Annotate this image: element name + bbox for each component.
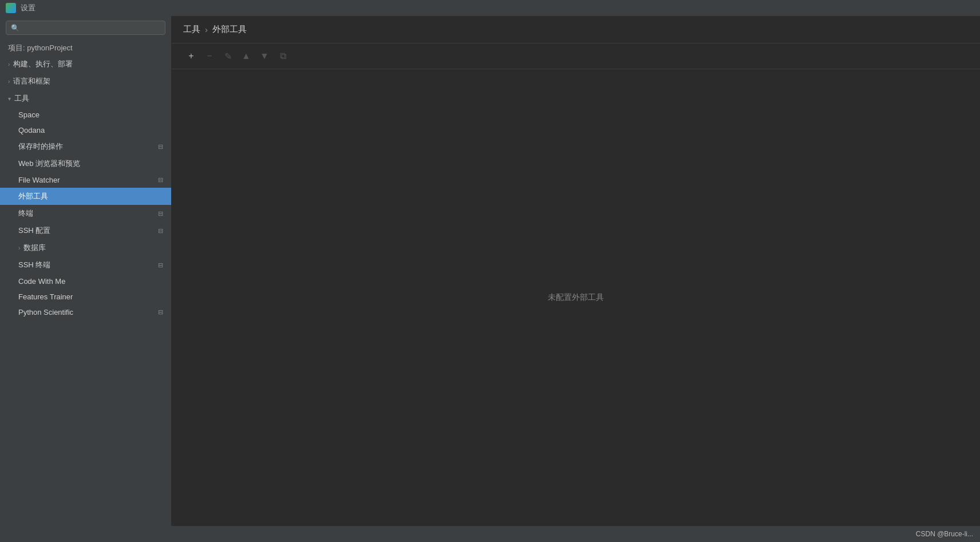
sidebar-item-features-trainer[interactable]: Features Trainer (0, 289, 171, 304)
sidebar-item-label: 工具 (14, 93, 29, 104)
sidebar: 🔍 项目: pythonProject ›构建、执行、部署›语言和框架▾工具Sp… (0, 16, 172, 526)
bottom-bar-user: CSDN @Bruce-li... (916, 530, 973, 538)
sidebar-item-terminal[interactable]: 终端⊟ (0, 205, 171, 222)
search-box[interactable]: 🔍 (6, 21, 165, 35)
main-container: 🔍 项目: pythonProject ›构建、执行、部署›语言和框架▾工具Sp… (0, 16, 980, 526)
sidebar-item-database[interactable]: ›数据库 (0, 239, 171, 256)
breadcrumb-separator: › (205, 25, 208, 34)
sidebar-item-label: 终端 (18, 208, 33, 219)
sidebar-item-python-scientific[interactable]: Python Scientific⊟ (0, 304, 171, 320)
toolbar: + − ✎ ▲ ▼ ⧉ (172, 43, 980, 69)
chevron-icon: › (18, 245, 20, 251)
chevron-icon: ▾ (8, 96, 11, 102)
titlebar: 设置 (0, 0, 980, 16)
sidebar-item-label: Code With Me (18, 277, 65, 286)
sidebar-item-badge: ⊟ (158, 176, 163, 184)
content-body: 未配置外部工具 (172, 69, 980, 526)
sidebar-item-tools[interactable]: ▾工具 (0, 90, 171, 107)
sidebar-item-build-exec-deploy[interactable]: ›构建、执行、部署 (0, 56, 171, 73)
app-icon (6, 3, 16, 13)
search-icon: 🔍 (11, 24, 19, 32)
sidebar-item-label: SSH 终端 (18, 260, 50, 270)
sidebar-item-label: SSH 配置 (18, 225, 50, 236)
sidebar-item-label: 语言和框架 (13, 76, 50, 86)
sidebar-item-label: 外部工具 (18, 191, 48, 201)
sidebar-item-badge: ⊟ (158, 143, 163, 151)
titlebar-label: 设置 (21, 3, 35, 13)
empty-message: 未配置外部工具 (548, 292, 604, 303)
sidebar-item-badge: ⊟ (158, 227, 163, 235)
search-input[interactable] (23, 23, 160, 32)
sidebar-item-label: Qodana (18, 126, 45, 134)
sidebar-item-ssh-terminal[interactable]: SSH 终端⊟ (0, 256, 171, 274)
sidebar-item-file-watcher[interactable]: File Watcher⊟ (0, 172, 171, 188)
sidebar-item-label: Features Trainer (18, 292, 73, 301)
sidebar-item-label: Web 浏览器和预览 (18, 159, 80, 169)
chevron-icon: › (8, 78, 10, 85)
sidebar-item-external-tools[interactable]: 外部工具 (0, 188, 171, 205)
sidebar-item-label: 数据库 (23, 243, 46, 253)
sidebar-item-badge: ⊟ (158, 308, 163, 316)
breadcrumb-part1: 工具 (183, 24, 200, 35)
breadcrumb-part2: 外部工具 (212, 24, 247, 35)
project-label: 项目: pythonProject (0, 39, 171, 56)
move-up-button[interactable]: ▲ (238, 48, 254, 64)
sidebar-item-label: Python Scientific (18, 308, 73, 317)
content-area: 工具 › 外部工具 + − ✎ ▲ ▼ ⧉ 未配置外部工具 (172, 16, 980, 526)
sidebar-item-label: Space (18, 110, 39, 119)
remove-button[interactable]: − (201, 48, 218, 64)
sidebar-item-qodana[interactable]: Qodana (0, 122, 171, 138)
chevron-icon: › (8, 61, 10, 68)
nav-group: ›构建、执行、部署›语言和框架▾工具SpaceQodana保存时的操作⊟Web … (0, 56, 171, 320)
add-button[interactable]: + (183, 48, 199, 64)
bottom-bar: CSDN @Bruce-li... (0, 526, 980, 542)
sidebar-item-ssh-config[interactable]: SSH 配置⊟ (0, 222, 171, 239)
sidebar-item-lang-frameworks[interactable]: ›语言和框架 (0, 73, 171, 90)
sidebar-item-code-with-me[interactable]: Code With Me (0, 274, 171, 289)
sidebar-item-label: 构建、执行、部署 (13, 59, 73, 69)
sidebar-item-badge: ⊟ (158, 262, 163, 269)
sidebar-item-badge: ⊟ (158, 210, 163, 217)
sidebar-item-web-browser[interactable]: Web 浏览器和预览 (0, 155, 171, 172)
sidebar-item-space[interactable]: Space (0, 107, 171, 122)
sidebar-item-save-on-save[interactable]: 保存时的操作⊟ (0, 138, 171, 155)
sidebar-item-label: 保存时的操作 (18, 141, 63, 152)
edit-button[interactable]: ✎ (220, 48, 236, 64)
move-down-button[interactable]: ▼ (256, 48, 272, 64)
copy-button[interactable]: ⧉ (275, 48, 291, 64)
breadcrumb: 工具 › 外部工具 (172, 16, 980, 43)
sidebar-item-label: File Watcher (18, 176, 60, 184)
